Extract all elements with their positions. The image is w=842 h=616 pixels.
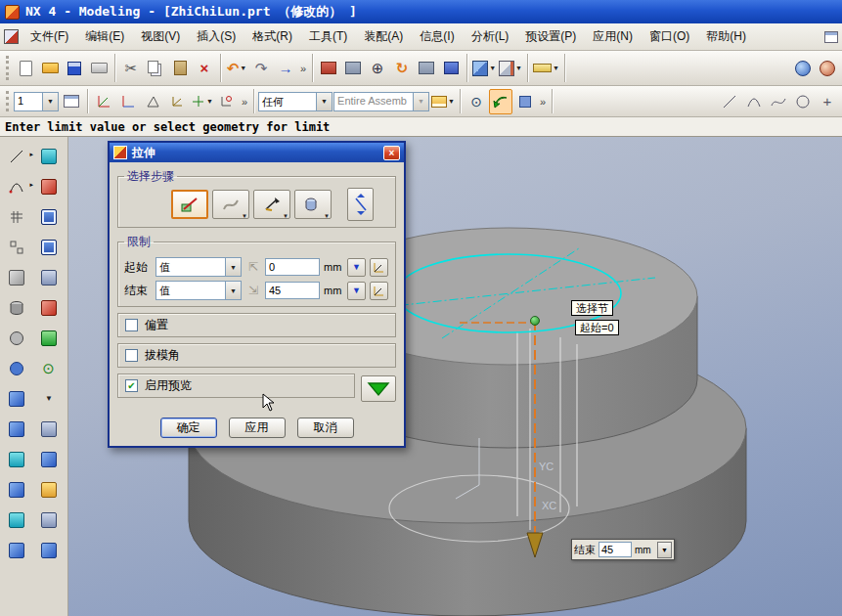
display-mode-button[interactable]: ▼	[498, 56, 523, 81]
tool-blend-button[interactable]	[0, 535, 32, 565]
start-direction-button[interactable]: ▼	[347, 258, 366, 277]
tool-blue-cube-button[interactable]	[0, 383, 32, 414]
paste-button[interactable]	[168, 56, 192, 81]
render-style-button[interactable]	[816, 56, 839, 81]
wcs-orient-button[interactable]: ▼	[190, 89, 214, 114]
layer-combo[interactable]: 1 ▼	[14, 92, 59, 111]
step-section-button[interactable]	[171, 190, 208, 219]
end-limit-spin-down[interactable]: ▼	[657, 542, 672, 558]
circle-tool-button[interactable]	[791, 89, 815, 114]
tool-blocks-button[interactable]	[32, 262, 65, 292]
transfer-button[interactable]: →	[274, 56, 297, 81]
cycle-solution-button[interactable]	[347, 188, 374, 221]
preview-checkbox[interactable]: ✔	[125, 379, 138, 392]
chevron-down-icon[interactable]: ▼	[316, 93, 332, 110]
menu-analysis[interactable]: 分析(L)	[464, 25, 517, 48]
tool-redbox-button[interactable]	[32, 292, 65, 323]
refresh-button[interactable]: ↻	[390, 56, 414, 81]
start-mode-combo[interactable]: 值 ▼	[155, 257, 242, 277]
wcs-set-button[interactable]	[165, 89, 189, 114]
tool-notes-book-button[interactable]	[32, 232, 65, 262]
chevron-down-icon[interactable]: ▼	[225, 258, 241, 276]
tool-flag-button[interactable]	[32, 323, 65, 353]
menu-help[interactable]: 帮助(H)	[698, 25, 754, 48]
end-mode-combo[interactable]: 值 ▼	[155, 281, 242, 300]
step-direction-button[interactable]: ▼	[253, 190, 290, 219]
apply-button[interactable]: 应用	[229, 418, 286, 438]
shaded-display-button[interactable]: ▼	[471, 56, 497, 81]
end-vector-button[interactable]	[370, 282, 388, 300]
menu-information[interactable]: 信息(I)	[412, 25, 462, 48]
tool-hole-button[interactable]	[0, 444, 32, 474]
perspective-button[interactable]	[439, 56, 463, 81]
tool-sphere-button[interactable]	[0, 323, 32, 353]
toolbar-drag-handle[interactable]	[6, 56, 10, 80]
arc-tool-button[interactable]	[742, 89, 766, 114]
tool-layer-stack-button[interactable]	[32, 141, 65, 171]
tool-extrude-button[interactable]	[0, 414, 32, 444]
menu-view[interactable]: 视图(V)	[133, 25, 188, 48]
copy-button[interactable]	[144, 56, 167, 81]
tool-blue-sphere-button[interactable]	[0, 353, 32, 383]
layer-visible-button[interactable]: ▼	[430, 89, 456, 114]
show-preview-button[interactable]	[361, 375, 396, 402]
tool-trim-button[interactable]	[32, 505, 65, 535]
redo-button[interactable]: ↷	[249, 56, 273, 81]
draft-checkbox[interactable]	[125, 349, 138, 362]
menu-application[interactable]: 应用(N)	[585, 25, 641, 48]
chevron-down-icon[interactable]: ▼	[42, 93, 58, 110]
tool-box-button[interactable]	[0, 262, 32, 292]
select-face-button[interactable]	[489, 89, 512, 114]
csys-dynamics-button[interactable]	[92, 89, 115, 114]
tool-target-button[interactable]: ⊙	[32, 353, 65, 383]
new-file-button[interactable]	[14, 56, 37, 81]
tool-pocket-button[interactable]	[0, 474, 32, 505]
menu-format[interactable]: 格式(R)	[244, 25, 300, 48]
tool-boss-button[interactable]	[32, 444, 65, 474]
snap-point-button[interactable]: ⊙	[465, 89, 488, 114]
pan-button[interactable]	[415, 56, 438, 81]
toolbar-overflow-chevron[interactable]: »	[538, 96, 548, 108]
tool-pad-button[interactable]	[32, 474, 65, 505]
menu-tools[interactable]: 工具(T)	[301, 25, 355, 48]
step-sketch-button[interactable]: ▼	[212, 190, 249, 219]
csys-rotate-button[interactable]	[141, 89, 164, 114]
tool-rect-array-button[interactable]	[0, 232, 32, 262]
toolbar-overflow-chevron[interactable]: »	[240, 96, 249, 108]
tool-flyout-more[interactable]: ▼	[32, 383, 65, 414]
menu-preferences[interactable]: 预设置(P)	[517, 25, 584, 48]
rotate-view-button[interactable]	[791, 56, 815, 81]
tool-sheet-button[interactable]	[0, 505, 32, 535]
step-boolean-button[interactable]: ▼	[294, 190, 332, 219]
undo-button[interactable]: ↶▼	[225, 56, 248, 81]
measure-button[interactable]: ▼	[532, 56, 560, 81]
menu-insert[interactable]: 插入(S)	[189, 25, 244, 48]
dialog-close-button[interactable]: ×	[383, 146, 400, 160]
start-value-input[interactable]	[265, 258, 320, 276]
toolbar-drag-handle[interactable]	[6, 91, 10, 112]
start-vector-button[interactable]	[370, 258, 388, 277]
tool-revolve-button[interactable]	[32, 414, 65, 444]
ok-button[interactable]: 确定	[160, 418, 217, 438]
point-tool-button[interactable]: +	[816, 89, 839, 114]
csys-origin-button[interactable]	[116, 89, 140, 114]
end-direction-button[interactable]: ▼	[347, 282, 366, 300]
wcs-display-button[interactable]	[215, 89, 239, 114]
offset-checkbox[interactable]	[125, 319, 138, 331]
menu-window[interactable]: 窗口(O)	[642, 25, 697, 48]
menu-file[interactable]: 文件(F)	[22, 25, 76, 48]
line-tool-button[interactable]	[718, 89, 741, 114]
window-titlebar[interactable]: NX 4 - Modeling - [ZhiChiLun.prt （修改的） ]	[0, 0, 842, 23]
menu-app-icon[interactable]	[4, 29, 19, 44]
selection-scope-combo[interactable]: Entire Assemb ▼	[333, 92, 429, 111]
layer-settings-button[interactable]	[60, 89, 83, 114]
chevron-down-icon[interactable]: ▼	[225, 282, 241, 299]
toolbar-overflow-chevron[interactable]: »	[298, 63, 308, 74]
cancel-button[interactable]: 取消	[297, 418, 354, 438]
dialog-titlebar[interactable]: 拉伸 ×	[110, 143, 404, 162]
tool-datum-button[interactable]	[32, 171, 65, 201]
extrude-dialog[interactable]: 拉伸 × 选择步骤 ▼ ▼ ▼	[108, 141, 406, 448]
tool-chamfer-button[interactable]	[32, 535, 65, 565]
zoom-button[interactable]: ⊕	[366, 56, 389, 81]
zoom-window-button[interactable]	[341, 56, 365, 81]
